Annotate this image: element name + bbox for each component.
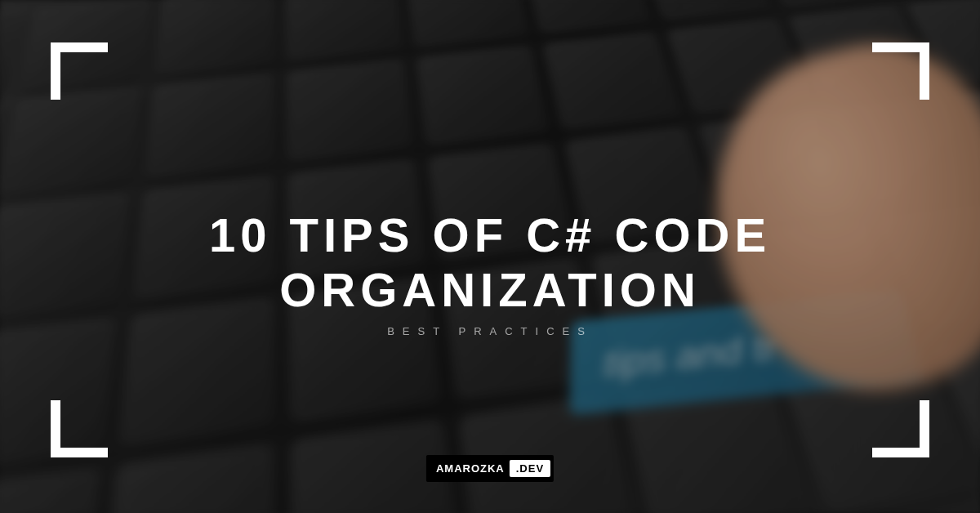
brand-name: AMAROZKA xyxy=(436,462,505,475)
hero-title: 10 TIPS OF C# CODE ORGANIZATION xyxy=(122,208,858,317)
brand-extension: .DEV xyxy=(510,460,550,477)
brand-badge: AMAROZKA .DEV xyxy=(426,455,554,482)
hero-subtitle: BEST PRACTICES xyxy=(387,325,593,337)
content-wrapper: 10 TIPS OF C# CODE ORGANIZATION BEST PRA… xyxy=(0,0,980,513)
